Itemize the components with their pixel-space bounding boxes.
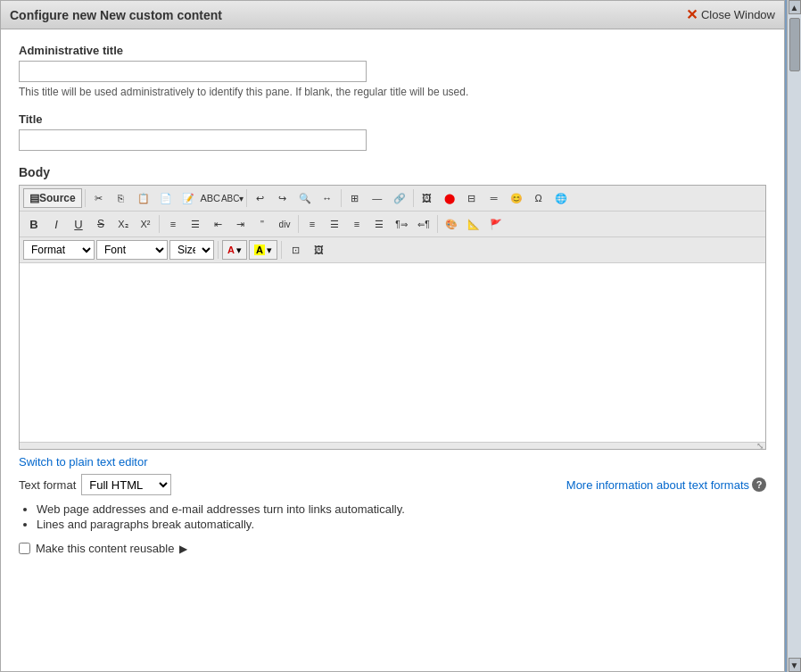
strikethrough-button[interactable]: S [90,214,111,234]
template-button[interactable]: 📐 [463,214,484,234]
spellcheck2-button[interactable]: ABC▾ [222,188,244,208]
outdent-button[interactable]: ⇤ [207,214,228,234]
dialog-window: Configure new New custom content ✕ Close… [0,0,785,672]
find-button[interactable]: 🔍 [294,188,316,208]
table-button[interactable]: ⊞ [344,188,366,208]
admin-title-label: Administrative title [19,44,766,57]
ordered-list-button[interactable]: ≡ [162,214,184,234]
admin-title-help: This title will be used administratively… [19,86,766,98]
title-label: Title [19,112,766,126]
iframe-button[interactable]: 🌐 [550,188,572,208]
size-select[interactable]: Size [169,240,214,260]
font-color-a: A [227,245,235,255]
cut-button[interactable]: ✂ [88,188,110,208]
align-center-button[interactable]: ☰ [324,214,345,234]
undo-button[interactable]: ↩ [250,188,271,208]
spellcheck-button[interactable]: ABC [200,188,221,208]
admin-title-input[interactable] [19,61,367,82]
font-color-arrow: ▾ [236,245,242,256]
redo-button[interactable]: ↪ [272,188,293,208]
format-help-list: Web page addresses and e-mail addresses … [19,502,766,531]
switch-editor-link[interactable]: Switch to plain text editor [19,455,148,469]
separator-8 [218,241,219,259]
special-char-button[interactable]: Ω [528,188,549,208]
reusable-arrow-icon: ▶ [179,543,187,555]
separator-9 [281,241,282,259]
format-select[interactable]: Format [23,240,95,260]
bg-color-button[interactable]: A ▾ [249,240,277,260]
font-select[interactable]: Font [96,240,168,260]
link-button[interactable]: 🔗 [389,188,410,208]
rtl-button[interactable]: ⇐¶ [413,214,434,234]
separator-6 [298,215,299,233]
hr-button[interactable]: — [367,188,388,208]
editor-wrapper: ▤ Source ✂ ⎘ 📋 📄 📝 ABC ABC▾ ↩ ↪ 🔍 ↔ [19,185,766,450]
flag-button[interactable]: 🚩 [485,214,507,234]
bg-color-arrow: ▾ [267,245,272,256]
body-label: Body [19,165,766,179]
superscript-button[interactable]: X² [135,214,156,234]
hline-button[interactable]: ═ [483,188,505,208]
styles-button[interactable]: 🎨 [441,214,462,234]
blockquote-button[interactable]: " [252,214,273,234]
unordered-list-button[interactable]: ☰ [185,214,206,234]
separator-4 [413,189,414,207]
scroll-down-button[interactable]: ▼ [789,658,801,672]
insert-image2-button[interactable]: 🖼 [309,240,330,260]
source-icon: ▤ [29,192,39,204]
title-input[interactable] [19,129,367,151]
smiley-button[interactable]: 😊 [506,188,527,208]
align-right-button[interactable]: ≡ [346,214,367,234]
bold-button[interactable]: B [23,214,45,234]
format-select-row: Format Font Size A ▾ A ▾ [20,237,765,263]
subscript-button[interactable]: X₂ [112,214,134,234]
ltr-button[interactable]: ¶⇒ [391,214,412,234]
paste-button[interactable]: 📋 [133,188,154,208]
indent-button[interactable]: ⇥ [229,214,251,234]
close-window-label: Close Window [701,8,775,21]
replace-button[interactable]: ↔ [317,188,338,208]
editor-resize-handle[interactable]: ⤡ [20,442,765,449]
paste-word-button[interactable]: 📝 [178,188,199,208]
close-window-button[interactable]: ✕ Close Window [686,6,775,23]
admin-title-group: Administrative title This title will be … [19,44,766,98]
more-info-link[interactable]: More information about text formats [566,478,749,492]
separator-5 [159,215,160,233]
reusable-label: Make this content reusable [36,542,174,555]
image-button[interactable]: 🖼 [417,188,438,208]
scroll-up-button[interactable]: ▲ [789,0,801,14]
paste-text-button[interactable]: 📄 [155,188,177,208]
help-icon: ? [752,477,766,492]
dialog-content: Administrative title This title will be … [1,29,784,666]
text-format-label: Text format [19,478,76,492]
bg-color-a: A [254,245,265,255]
reusable-checkbox[interactable] [19,543,30,554]
toolbar-row-2: B I U S X₂ X² ≡ ☰ ⇤ ⇥ " div ≡ ☰ ≡ [20,212,765,237]
div-button[interactable]: div [274,214,295,234]
dialog-title: Configure new New custom content [10,8,222,22]
resize-icon: ⤡ [756,441,764,451]
scrollbar: ▲ ▼ [787,0,801,672]
underline-button[interactable]: U [68,214,89,234]
scroll-thumb[interactable] [789,18,800,71]
editor-body[interactable] [20,263,765,442]
dialog-titlebar: Configure new New custom content ✕ Close… [1,1,784,29]
separator-2 [246,189,247,207]
source-button[interactable]: ▤ Source [23,188,82,208]
text-format-select[interactable]: Full HTML Basic HTML Plain text [81,474,171,495]
separator-3 [341,189,342,207]
table2-button[interactable]: ⊟ [461,188,483,208]
body-group: Body ▤ Source ✂ ⎘ 📋 📄 📝 ABC ABC▾ [19,165,766,555]
help-item-2: Lines and paragraphs break automatically… [37,518,766,531]
separator-1 [85,189,86,207]
insert-block-button[interactable]: ⊡ [285,240,307,260]
text-format-row: Text format Full HTML Basic HTML Plain t… [19,474,766,495]
help-item-1: Web page addresses and e-mail addresses … [37,502,766,516]
font-color-button[interactable]: A ▾ [222,240,247,260]
title-group: Title [19,112,766,151]
italic-button[interactable]: I [45,214,67,234]
flash-button[interactable]: ⬤ [439,188,460,208]
align-justify-button[interactable]: ☰ [368,214,390,234]
copy-button[interactable]: ⎘ [111,188,132,208]
align-left-button[interactable]: ≡ [301,214,323,234]
